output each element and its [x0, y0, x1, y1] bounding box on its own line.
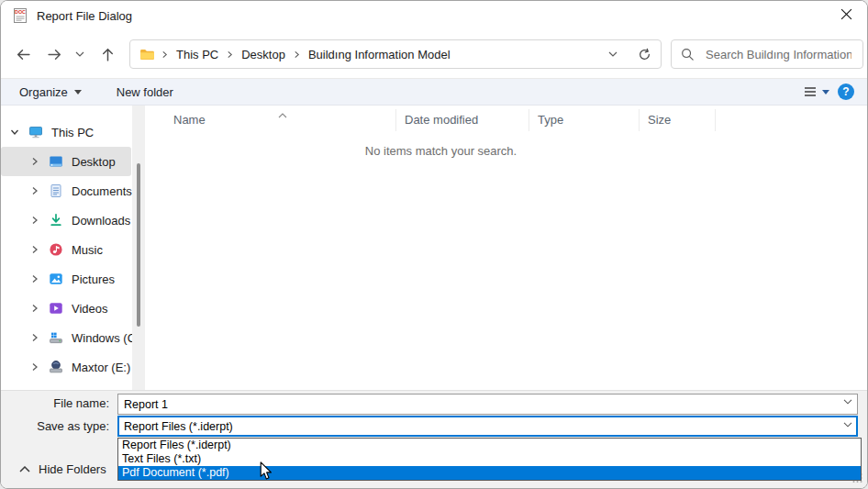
caret-down-icon [74, 90, 82, 94]
close-icon [840, 7, 852, 24]
chevron-right-icon[interactable] [30, 157, 39, 166]
column-separator [715, 109, 716, 131]
chevron-down-icon[interactable] [10, 128, 19, 137]
sidebar-item-label: Desktop [72, 155, 116, 169]
list-view-icon [804, 86, 817, 97]
address-dropdown-button[interactable] [608, 51, 618, 57]
save-as-type-dropdown-icon[interactable] [843, 422, 852, 428]
up-arrow-icon [100, 47, 116, 62]
file-type-dropdown-list: Report Files (*.iderpt) Text Files (*.tx… [117, 438, 862, 481]
documents-icon [49, 183, 63, 198]
sidebar-item-label: Music [72, 243, 103, 257]
breadcrumb-chevron-icon [294, 50, 300, 59]
forward-button[interactable] [39, 39, 69, 69]
hide-folders-button[interactable]: Hide Folders [19, 462, 106, 476]
save-as-type-label: Save as type: [1, 419, 109, 433]
file-type-option-text[interactable]: Text Files (*.txt) [118, 452, 861, 466]
breadcrumb-item-current-folder[interactable]: Buildıng Information Model [306, 48, 452, 61]
sidebar-item-documents[interactable]: Documents [1, 176, 131, 206]
view-options-button[interactable] [804, 86, 829, 97]
pictures-icon [49, 272, 63, 286]
report-file-dialog-window: DOC Report File Dialog [0, 0, 868, 489]
dialog-content: Name Date modified Type Size No items ma… [1, 106, 867, 390]
column-separator [529, 109, 529, 131]
external-drive-icon [49, 360, 63, 374]
sidebar-item-label: Pictures [72, 272, 115, 286]
breadcrumb-item-this-pc[interactable]: This PC [174, 48, 220, 61]
question-mark-icon: ? [842, 85, 849, 98]
windows-drive-icon [49, 330, 63, 345]
close-button[interactable] [825, 1, 867, 29]
search-icon [681, 48, 695, 61]
window-title: Report File Dialog [37, 9, 132, 23]
sidebar-item-label: Documents [72, 184, 132, 198]
sidebar-item-windows-c[interactable]: Windows (C:) [1, 323, 131, 352]
sidebar-item-label: This PC [51, 126, 94, 139]
file-type-option-report[interactable]: Report Files (*.iderpt) [118, 439, 861, 452]
command-toolbar: Organize New folder ? [1, 78, 867, 106]
dialog-footer: File name: Save as type: Report Files (*… [1, 390, 867, 489]
sidebar-item-label: Maxtor (E:) [72, 361, 130, 374]
help-button[interactable]: ? [838, 83, 854, 100]
back-arrow-icon [16, 47, 31, 62]
title-bar: DOC Report File Dialog [1, 1, 867, 30]
breadcrumb-chevron-icon [161, 50, 168, 59]
chevron-down-icon [608, 51, 618, 57]
new-folder-label: New folder [117, 85, 173, 99]
folder-tree: This PC Desktop Documents [1, 117, 145, 382]
navigation-bar: This PC Desktop Buildıng Information Mod… [1, 30, 867, 78]
sidebar-scrollbar-thumb[interactable] [137, 163, 140, 327]
new-folder-button[interactable]: New folder [111, 85, 179, 99]
caret-down-icon [822, 90, 829, 94]
back-button[interactable] [8, 39, 38, 69]
file-name-dropdown-icon[interactable] [843, 399, 852, 405]
chevron-right-icon[interactable] [30, 245, 39, 254]
recent-locations-button[interactable] [69, 39, 91, 69]
chevron-right-icon[interactable] [30, 362, 39, 372]
save-as-type-value: Report Files (*.iderpt) [124, 420, 233, 433]
refresh-button[interactable] [638, 48, 651, 61]
breadcrumb-item-desktop[interactable]: Desktop [239, 48, 287, 61]
save-as-type-combobox[interactable]: Report Files (*.iderpt) [117, 416, 858, 437]
hide-folders-label: Hide Folders [39, 462, 106, 476]
chevron-right-icon[interactable] [30, 304, 39, 313]
sidebar-item-downloads[interactable]: Downloads [1, 206, 131, 235]
folder-icon [139, 49, 155, 61]
sort-ascending-icon [278, 106, 287, 122]
file-type-option-pdf[interactable]: Pdf Document (*.pdf) [118, 466, 861, 480]
column-header-name[interactable]: Name [173, 113, 206, 127]
sidebar-item-videos[interactable]: Videos [1, 294, 131, 323]
up-button[interactable] [93, 39, 122, 69]
chevron-right-icon[interactable] [30, 333, 39, 342]
column-header-size[interactable]: Size [648, 113, 671, 127]
sidebar-item-music[interactable]: Music [1, 235, 131, 264]
breadcrumb-chevron-icon [227, 50, 233, 59]
sidebar-scrollbar-track[interactable] [132, 106, 145, 390]
doc-file-icon: DOC [12, 7, 28, 24]
breadcrumb: This PC Desktop Buildıng Information Mod… [129, 39, 662, 69]
videos-icon [49, 301, 63, 316]
organize-label: Organize [19, 85, 68, 99]
music-icon [49, 242, 63, 257]
organize-button[interactable]: Organize [14, 85, 87, 99]
file-name-input[interactable] [117, 394, 858, 415]
sidebar-item-pictures[interactable]: Pictures [1, 264, 131, 294]
svg-text:DOC: DOC [15, 9, 26, 15]
column-separator [395, 109, 396, 131]
refresh-icon [638, 48, 651, 61]
sidebar-item-this-pc[interactable]: This PC [1, 117, 131, 147]
chevron-up-icon [19, 466, 30, 472]
search-box [671, 39, 863, 69]
search-input[interactable] [704, 47, 853, 62]
column-separator [639, 109, 640, 131]
chevron-right-icon[interactable] [30, 216, 39, 225]
file-name-label: File name: [1, 396, 109, 410]
column-header-date-modified[interactable]: Date modified [405, 113, 478, 127]
forward-arrow-icon [47, 47, 62, 62]
sidebar-item-maxtor-e[interactable]: Maxtor (E:) [1, 352, 131, 382]
column-header-type[interactable]: Type [538, 113, 563, 127]
chevron-down-icon [75, 51, 84, 57]
chevron-right-icon[interactable] [30, 186, 39, 195]
sidebar-item-desktop[interactable]: Desktop [1, 147, 131, 176]
chevron-right-icon[interactable] [30, 274, 39, 283]
